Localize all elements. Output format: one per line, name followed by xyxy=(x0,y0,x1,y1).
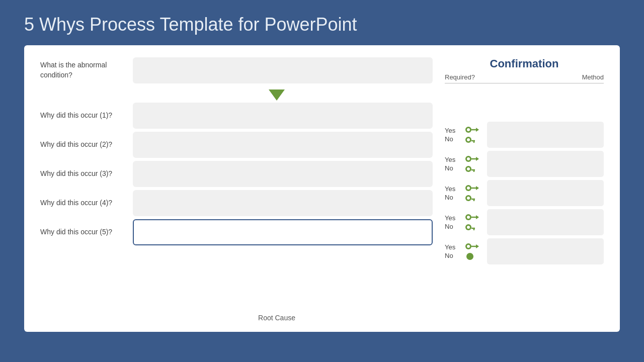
abnormal-label: What is the abnormal condition? xyxy=(40,60,121,80)
arrow-down-icon xyxy=(269,89,285,101)
required-header: Required? xyxy=(445,73,475,81)
method-box-1[interactable] xyxy=(487,122,604,148)
why-row-1: Why did this occur (1)? xyxy=(40,103,433,129)
svg-point-21 xyxy=(467,197,470,200)
no-icon-5[interactable] xyxy=(465,252,479,260)
why-rows-container: Why did this occur (1)? Why did this occ… xyxy=(40,103,433,312)
method-box-3[interactable] xyxy=(487,180,604,206)
yes-no-2: Yes No xyxy=(445,156,461,172)
conf-spacer xyxy=(445,86,604,122)
confirmation-header: Required? Method xyxy=(445,73,604,83)
why-row-2: Why did this occur (2)? xyxy=(40,132,433,158)
why-input-3[interactable] xyxy=(133,161,433,187)
why-input-2[interactable] xyxy=(133,132,433,158)
icons-col-4 xyxy=(465,213,483,231)
main-card: What is the abnormal condition? Why did … xyxy=(24,45,620,332)
page-title: 5 Whys Process Template for PowerPoint xyxy=(0,0,644,45)
right-column: Confirmation Required? Method Yes No xyxy=(433,57,604,322)
abnormal-input-box[interactable] xyxy=(133,57,433,83)
yes-icon-2[interactable] xyxy=(465,155,479,163)
svg-marker-35 xyxy=(476,244,479,248)
svg-marker-11 xyxy=(476,157,479,161)
yes-icon-3[interactable] xyxy=(465,184,479,192)
no-label-4: No xyxy=(445,223,461,230)
icons-col-2 xyxy=(465,155,483,173)
why-label-4: Why did this occur (4)? xyxy=(40,198,121,208)
why-label-3: Why did this occur (3)? xyxy=(40,169,121,179)
yes-label-4: Yes xyxy=(445,214,461,222)
no-icon-3[interactable] xyxy=(465,194,479,202)
method-box-5[interactable] xyxy=(487,238,604,264)
svg-point-5 xyxy=(467,138,470,141)
svg-marker-27 xyxy=(476,215,479,219)
yes-no-1: Yes No xyxy=(445,127,461,143)
yes-no-4: Yes No xyxy=(445,214,461,230)
svg-marker-19 xyxy=(476,186,479,190)
no-label-3: No xyxy=(445,194,461,201)
why-label-5: Why did this occur (5)? xyxy=(40,227,121,237)
yes-icon-5[interactable] xyxy=(465,242,479,250)
yes-label-2: Yes xyxy=(445,156,461,163)
yes-label-3: Yes xyxy=(445,185,461,193)
yes-label-5: Yes xyxy=(445,243,461,251)
left-column: What is the abnormal condition? Why did … xyxy=(40,57,433,322)
why-input-4[interactable] xyxy=(133,190,433,216)
svg-point-17 xyxy=(467,187,470,190)
svg-point-1 xyxy=(467,128,470,131)
conf-row-4: Yes No xyxy=(445,209,604,235)
conf-row-2: Yes No xyxy=(445,151,604,177)
why-label-2: Why did this occur (2)? xyxy=(40,140,121,150)
why-row-3: Why did this occur (3)? xyxy=(40,161,433,187)
no-label-1: No xyxy=(445,135,461,143)
yes-icon-4[interactable] xyxy=(465,213,479,221)
icons-col-1 xyxy=(465,126,483,144)
confirmation-rows: Yes No xyxy=(445,122,604,322)
yes-no-3: Yes No xyxy=(445,185,461,201)
yes-icon-1[interactable] xyxy=(465,126,479,134)
conf-row-5: Yes No xyxy=(445,238,604,264)
why-input-5[interactable] xyxy=(133,219,433,245)
confirmation-title: Confirmation xyxy=(445,57,604,70)
why-input-1[interactable] xyxy=(133,103,433,129)
no-label-5: No xyxy=(445,252,461,259)
abnormal-row: What is the abnormal condition? xyxy=(40,57,433,83)
no-icon-4[interactable] xyxy=(465,223,479,231)
why-row-5: Why did this occur (5)? xyxy=(40,219,433,245)
method-header: Method xyxy=(582,73,604,81)
root-cause-label: Root Cause xyxy=(40,314,433,322)
svg-point-13 xyxy=(467,167,470,170)
icons-col-5 xyxy=(465,242,483,260)
yes-no-5: Yes No xyxy=(445,243,461,259)
no-icon-1[interactable] xyxy=(465,136,479,144)
method-box-2[interactable] xyxy=(487,151,604,177)
yes-label-1: Yes xyxy=(445,127,461,134)
conf-row-1: Yes No xyxy=(445,122,604,148)
svg-point-33 xyxy=(467,245,470,248)
no-label-2: No xyxy=(445,164,461,172)
method-box-4[interactable] xyxy=(487,209,604,235)
svg-point-29 xyxy=(467,226,470,229)
svg-point-9 xyxy=(467,157,470,160)
svg-marker-3 xyxy=(476,128,479,132)
arrow-down-row xyxy=(40,89,433,101)
why-label-1: Why did this occur (1)? xyxy=(40,111,121,121)
icons-col-3 xyxy=(465,184,483,202)
no-icon-2[interactable] xyxy=(465,165,479,173)
conf-row-3: Yes No xyxy=(445,180,604,206)
svg-point-25 xyxy=(467,216,470,219)
svg-point-36 xyxy=(466,253,473,260)
why-row-4: Why did this occur (4)? xyxy=(40,190,433,216)
